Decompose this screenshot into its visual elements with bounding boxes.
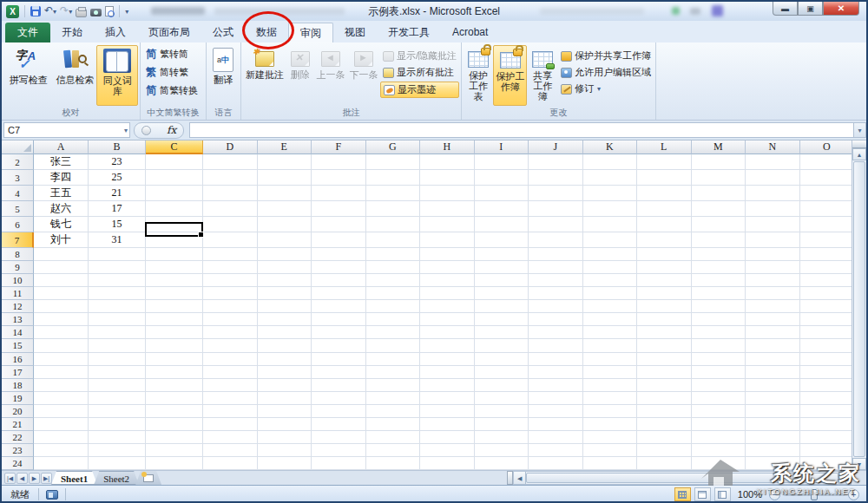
cell-M20[interactable] <box>692 405 746 418</box>
row-header-13[interactable]: 13 <box>2 313 34 326</box>
cell-H16[interactable] <box>420 353 475 366</box>
cell-M14[interactable] <box>692 326 746 339</box>
cell-G2[interactable] <box>366 154 421 170</box>
cell-D16[interactable] <box>203 353 258 366</box>
cell-B14[interactable] <box>89 326 146 339</box>
cell-I19[interactable] <box>475 392 529 405</box>
cell-N10[interactable] <box>746 274 800 287</box>
cell-G13[interactable] <box>366 313 421 326</box>
cell-M6[interactable] <box>692 217 746 232</box>
cell-L3[interactable] <box>637 170 692 186</box>
cell-H2[interactable] <box>420 154 475 170</box>
next-comment-button[interactable]: ► 下一条 <box>347 45 380 106</box>
cell-C4[interactable] <box>146 186 203 201</box>
cell-A2[interactable]: 张三 <box>34 154 89 170</box>
close-button[interactable]: ✕ <box>823 2 859 16</box>
cell-E14[interactable] <box>258 326 312 339</box>
cell-C23[interactable] <box>146 444 203 457</box>
cell-D3[interactable] <box>203 170 258 186</box>
cell-D7[interactable] <box>203 232 258 248</box>
cell-K14[interactable] <box>583 326 638 339</box>
cell-O19[interactable] <box>800 392 852 405</box>
cell-C15[interactable] <box>146 339 203 352</box>
cell-G16[interactable] <box>366 353 421 366</box>
first-sheet-icon[interactable]: |◀ <box>4 473 16 484</box>
cell-J2[interactable] <box>529 154 583 170</box>
cell-A18[interactable] <box>34 379 89 392</box>
row-header-17[interactable]: 17 <box>2 366 34 379</box>
cell-O8[interactable] <box>800 248 852 261</box>
cell-O9[interactable] <box>800 261 852 274</box>
cell-J19[interactable] <box>529 392 583 405</box>
cell-G5[interactable] <box>366 201 421 217</box>
cell-H3[interactable] <box>420 170 475 186</box>
tab-开始[interactable]: 开始 <box>50 23 94 42</box>
cell-B19[interactable] <box>89 392 146 405</box>
cell-H15[interactable] <box>420 339 475 352</box>
column-header-N[interactable]: N <box>746 140 800 154</box>
row-header-14[interactable]: 14 <box>2 326 34 339</box>
cell-I21[interactable] <box>475 418 529 431</box>
track-changes-button[interactable]: 修订 ▾ <box>558 82 654 96</box>
cell-C5[interactable] <box>146 201 203 217</box>
row-header-2[interactable]: 2 <box>2 154 34 170</box>
cell-K22[interactable] <box>583 431 638 444</box>
cell-A16[interactable] <box>34 353 89 366</box>
show-hide-comment-button[interactable]: 显示/隐藏批注 <box>380 49 459 63</box>
cell-E24[interactable] <box>258 457 312 470</box>
cell-O23[interactable] <box>800 444 852 457</box>
cell-O10[interactable] <box>800 274 852 287</box>
cell-E5[interactable] <box>258 201 312 217</box>
cell-F23[interactable] <box>312 444 366 457</box>
cell-F17[interactable] <box>312 366 366 379</box>
cell-D21[interactable] <box>203 418 258 431</box>
cell-B4[interactable]: 21 <box>89 186 146 201</box>
cell-G22[interactable] <box>366 431 421 444</box>
cell-C12[interactable] <box>146 300 203 313</box>
cell-A15[interactable] <box>34 339 89 352</box>
allow-edit-ranges-button[interactable]: 允许用户编辑区域 <box>558 65 654 80</box>
zoom-in-icon[interactable]: + <box>848 489 859 500</box>
cell-M21[interactable] <box>692 418 746 431</box>
cell-D24[interactable] <box>203 457 258 470</box>
cell-I12[interactable] <box>475 300 529 313</box>
cell-C10[interactable] <box>146 274 203 287</box>
minimize-button[interactable]: ▬ <box>773 2 798 16</box>
cell-K21[interactable] <box>583 418 638 431</box>
cell-H4[interactable] <box>420 186 475 201</box>
cell-H23[interactable] <box>420 444 475 457</box>
cell-O15[interactable] <box>800 339 852 352</box>
trad-to-simp-button[interactable]: 简 繁转简 <box>142 46 191 62</box>
cell-O7[interactable] <box>800 232 852 248</box>
cell-B18[interactable] <box>89 379 146 392</box>
cell-A19[interactable] <box>34 392 89 405</box>
cell-G17[interactable] <box>366 366 421 379</box>
cell-K2[interactable] <box>583 154 638 170</box>
maximize-button[interactable]: ▣ <box>798 2 823 16</box>
cell-A12[interactable] <box>34 300 89 313</box>
cell-N18[interactable] <box>746 379 800 392</box>
row-header-12[interactable]: 12 <box>2 300 34 313</box>
cell-M12[interactable] <box>692 300 746 313</box>
cell-E17[interactable] <box>258 366 312 379</box>
show-all-comments-button[interactable]: 显示所有批注 <box>380 65 459 80</box>
cell-B12[interactable] <box>89 300 146 313</box>
delete-comment-button[interactable]: ✕ 删除 <box>286 45 314 106</box>
cell-I22[interactable] <box>475 431 529 444</box>
cell-I4[interactable] <box>475 186 529 201</box>
cell-N12[interactable] <box>746 300 800 313</box>
cell-D15[interactable] <box>203 339 258 352</box>
cell-M17[interactable] <box>692 366 746 379</box>
cell-O24[interactable] <box>800 457 852 470</box>
cell-G21[interactable] <box>366 418 421 431</box>
cell-C24[interactable] <box>146 457 203 470</box>
tab-审阅[interactable]: 审阅 <box>288 23 333 42</box>
cell-C11[interactable] <box>146 287 203 300</box>
cell-J4[interactable] <box>529 186 583 201</box>
cell-J6[interactable] <box>529 217 583 232</box>
cell-L20[interactable] <box>637 405 692 418</box>
cell-A8[interactable] <box>34 248 89 261</box>
cell-J8[interactable] <box>529 248 583 261</box>
cell-E16[interactable] <box>258 353 312 366</box>
cell-I17[interactable] <box>475 366 529 379</box>
